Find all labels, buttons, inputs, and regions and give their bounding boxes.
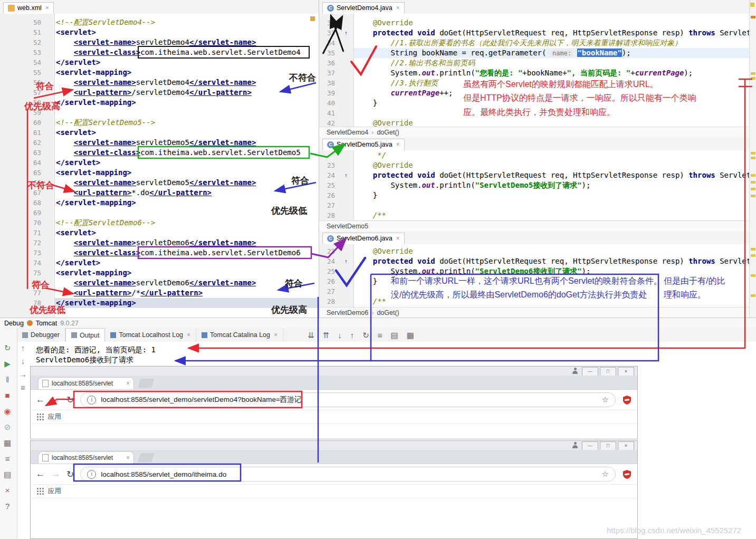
scroll-to-end-icon[interactable]: ⇊ (308, 331, 314, 339)
code-line[interactable]: 26 } (319, 190, 749, 200)
browser-titlebar[interactable]: — □ × (31, 367, 637, 376)
maximize-button[interactable]: □ (600, 367, 616, 376)
code-line[interactable]: 77 <url-pattern>/*</url-pattern> (0, 288, 319, 298)
breadcrumb-item[interactable]: ServletDemo4 (327, 129, 368, 136)
code-line[interactable]: */ (319, 150, 749, 160)
code-line[interactable]: 24↑ protected void doGet(HttpServletRequ… (319, 256, 749, 266)
bookmark-star-icon[interactable]: ☆ (602, 395, 609, 405)
code-line[interactable]: 61<servlet> (0, 128, 319, 138)
code-line[interactable]: 63 <servlet-class>com.itheima.web.servle… (0, 148, 319, 158)
apps-label[interactable]: 应用 (48, 487, 61, 496)
minimize-button[interactable]: — (582, 441, 598, 450)
code-line[interactable]: 78</servlet-mapping> (0, 298, 319, 308)
code-line[interactable]: 41 (319, 108, 749, 118)
code-line[interactable]: 23 @Override (319, 160, 749, 170)
url-text[interactable]: localhost:8585/servlet_demo/servletDemo4… (101, 395, 597, 405)
code-line[interactable]: 76 <servlet-name>servletDemo6</servlet-n… (0, 278, 319, 288)
code-line[interactable]: 62 <servlet-name>servletDemo5</servlet-n… (0, 138, 319, 148)
profile-icon[interactable] (572, 442, 578, 448)
code-line[interactable]: 55<servlet-mapping> (0, 68, 319, 78)
code-line[interactable]: 25 System.out.println("ServletDemo6接收到了请… (319, 266, 749, 276)
close-button[interactable]: × (618, 441, 634, 450)
mute-breakpoints-icon[interactable]: ⊘ (4, 423, 11, 431)
breadcrumb[interactable]: ServletDemo4›doGet() (319, 127, 756, 138)
threads-icon[interactable]: ≡ (21, 383, 25, 391)
close-icon[interactable]: × (396, 141, 400, 148)
tab-tomcat-catalina-log[interactable]: Tomcat Catalina Log × (196, 328, 283, 342)
code-line[interactable]: 25 System.out.println("ServletDemo5接收到了请… (319, 180, 749, 190)
soft-wrap-icon[interactable]: ≡ (378, 331, 382, 339)
browser-titlebar[interactable]: — □ × (31, 441, 637, 450)
rerun-output-icon[interactable]: ↻ (362, 331, 369, 339)
code-line[interactable]: 74</servlet> (0, 258, 319, 268)
up-the-stack-icon[interactable]: ↑ (350, 331, 355, 339)
breadcrumb[interactable]: ServletDemo6›doGet() (319, 307, 756, 319)
new-tab-button[interactable] (138, 453, 155, 462)
bookmark-star-icon[interactable]: ☆ (602, 469, 609, 479)
override-icon[interactable]: ↑ (344, 170, 348, 180)
tab-servletdemo6[interactable]: C ServletDemo6.java × (322, 233, 405, 244)
override-icon[interactable]: ↑ (344, 256, 348, 266)
tab-web-xml[interactable]: web.xml × (3, 2, 54, 14)
code-line[interactable]: 56 <servlet-name>servletDemo4</servlet-n… (0, 78, 319, 88)
tab-debugger[interactable]: Debugger (17, 328, 65, 342)
close-icon[interactable]: × (274, 331, 277, 339)
code-line[interactable]: 36 //2.输出书名和当前页码 (319, 58, 749, 68)
error-stripe[interactable] (749, 0, 756, 317)
maximize-button[interactable]: □ (600, 441, 616, 450)
forward-button[interactable]: → (51, 469, 60, 479)
code-line[interactable]: 33↑ protected void doGet(HttpServletRequ… (319, 28, 749, 38)
close-icon[interactable]: × (45, 4, 49, 12)
servletdemo6-editor[interactable]: 23 @Override24↑ protected void doGet(Htt… (319, 244, 749, 309)
refresh-button[interactable]: ↻ (66, 469, 74, 480)
profile-icon[interactable] (572, 368, 578, 374)
view-breakpoints-icon[interactable]: ◉ (4, 407, 11, 415)
close-tab-icon[interactable]: × (126, 380, 130, 387)
code-line[interactable]: 52 <servlet-name>servletDemo4</servlet-n… (0, 37, 319, 47)
breadcrumb-item[interactable]: ServletDemo5 (327, 223, 368, 230)
code-line[interactable]: 72 <servlet-name>servletDemo6</servlet-n… (0, 238, 319, 248)
code-line[interactable]: 57 <url-pattern>/servletDemo4</url-patte… (0, 88, 319, 98)
frames-up-icon[interactable]: ↑ (21, 344, 25, 352)
code-line[interactable]: 28 /** (319, 210, 749, 220)
tab-tomcat-localhost-log[interactable]: Tomcat Localhost Log × (105, 328, 196, 342)
code-line[interactable]: 37 System.out.println("您看的是: "+bookName+… (319, 68, 749, 78)
run-to-cursor-icon[interactable]: → (19, 370, 27, 378)
code-line[interactable]: 23 @Override (319, 246, 749, 256)
pause-icon[interactable]: ‖ (6, 376, 9, 383)
close-tool-icon[interactable]: × (5, 486, 10, 494)
down-the-stack-icon[interactable]: ↓ (338, 331, 342, 339)
code-line[interactable]: 27 (319, 286, 749, 296)
tab-output[interactable]: Output (65, 328, 106, 342)
code-line[interactable]: 24↑ protected void doGet(HttpServletRequ… (319, 170, 749, 180)
code-line[interactable]: 75<servlet-mapping> (0, 268, 319, 278)
code-line[interactable]: 68</servlet-mapping> (0, 198, 319, 208)
restore-layout-icon[interactable]: ▦ (4, 439, 11, 447)
code-line[interactable]: 39 currentPage++; (319, 88, 749, 98)
code-line[interactable]: 34 //1.获取出所要看的书名（此处我们今天先来用以下，明天来着重讲解请求和响… (319, 38, 749, 48)
breadcrumb-item[interactable]: ServletDemo6 (327, 309, 368, 316)
code-line[interactable]: 64</servlet> (0, 158, 319, 168)
close-icon[interactable]: × (396, 235, 400, 242)
tab-servletdemo4[interactable]: C ServletDemo4.java × (322, 2, 405, 14)
code-line[interactable]: 38 //3.执行翻页 (319, 78, 749, 88)
scroll-to-top-icon[interactable]: ⇈ (323, 331, 330, 339)
stop-icon[interactable]: ■ (5, 391, 10, 399)
code-line[interactable]: 28 /** (319, 296, 749, 306)
adblock-shield-icon[interactable] (622, 469, 632, 479)
apps-grid-icon[interactable] (37, 413, 44, 420)
code-line[interactable]: 71<servlet> (0, 228, 319, 238)
code-line[interactable]: 26 } (319, 276, 749, 286)
breadcrumb[interactable]: ServletDemo5 (319, 220, 756, 232)
frames-down-icon[interactable]: ↓ (21, 357, 25, 365)
info-icon[interactable]: i (87, 470, 96, 479)
code-line[interactable]: 60<!--配置ServletDemo5--> (0, 118, 319, 128)
clear-all-icon[interactable]: ▦ (407, 331, 414, 339)
address-bar[interactable]: i localhost:8585/servlet_demo/itheima.do… (80, 467, 616, 482)
minimize-button[interactable]: — (582, 367, 598, 376)
close-icon[interactable]: × (187, 331, 190, 339)
code-line[interactable]: 54</servlet> (0, 57, 319, 68)
apps-grid-icon[interactable] (37, 488, 44, 495)
code-line[interactable]: 66 <servlet-name>servletDemo5</servlet-n… (0, 178, 319, 188)
code-line[interactable]: 69 (0, 208, 319, 218)
